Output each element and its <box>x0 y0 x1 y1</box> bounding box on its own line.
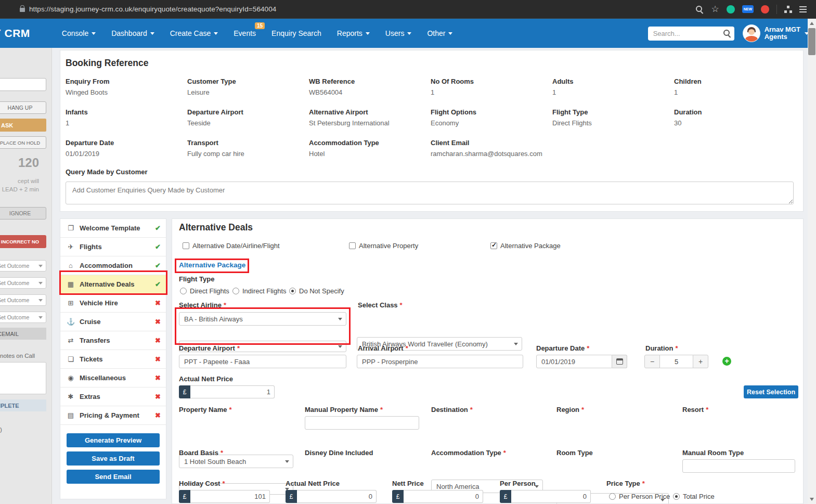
sidebar-item-accommodation[interactable]: ⌂ Accommodation ✔ <box>60 256 166 275</box>
generate-preview-button[interactable]: Generate Preview <box>67 433 160 447</box>
nav-item-enquiry-search[interactable]: Enquiry Search <box>264 19 329 48</box>
alternative-package-link[interactable]: Alternative Package <box>179 261 245 269</box>
divider <box>776 5 777 14</box>
phone-number-input[interactable] <box>0 78 46 91</box>
browser-menu-icon[interactable] <box>799 6 807 12</box>
sidebar-item-extras[interactable]: ✱ Extras ✖ <box>60 387 166 406</box>
decrement-button[interactable] <box>644 355 660 368</box>
chevron-down-icon <box>338 318 342 320</box>
url-text[interactable]: https://staging.journey-crm.co.uk/enquir… <box>29 5 276 13</box>
chevron-down-icon <box>514 343 518 345</box>
total-price-radio[interactable]: Total Price <box>673 493 715 500</box>
airline-select[interactable]: BA - British Airways <box>179 312 346 326</box>
add-package-button[interactable] <box>722 357 731 366</box>
nav-item-other[interactable]: Other <box>419 19 460 48</box>
incorrect-no-button[interactable]: INCORRECT NO <box>0 235 46 248</box>
booking-field: Alternative AirportSt Petersburg Interna… <box>309 108 431 127</box>
new-badge-extension-icon[interactable]: NEW <box>742 5 754 13</box>
navbar-right: Arnav MGT Agents <box>648 24 809 42</box>
departure-date-input[interactable] <box>536 355 612 368</box>
sidebar-item-tickets[interactable]: ❏ Tickets ✖ <box>60 350 166 369</box>
nav-item-console[interactable]: Console <box>54 19 103 48</box>
grammarly-extension-icon[interactable] <box>727 5 735 14</box>
duration-input[interactable] <box>660 355 693 368</box>
chevron-down-icon <box>38 265 43 267</box>
per-person-input[interactable] <box>511 490 591 503</box>
scrollbar-thumb[interactable] <box>808 28 815 55</box>
resort-label: Resort* <box>682 406 708 413</box>
sidebar-item-vehicle-hire[interactable]: ⊞ Vehicle Hire ✖ <box>60 294 166 313</box>
call-note-text: cept will <box>0 178 46 184</box>
reset-selection-button[interactable]: Reset Selection <box>744 385 798 398</box>
nav-item-create-case[interactable]: Create Case <box>162 19 226 48</box>
check-icon: ✔ <box>155 280 161 288</box>
red-extension-icon[interactable] <box>761 5 769 14</box>
sidebar-item-welcome-template[interactable]: ❐ Welcome Template ✔ <box>60 219 166 238</box>
send-email-button[interactable]: Send Email <box>67 470 160 484</box>
alt-date-airline-flight-checkbox[interactable]: Alternative Date/Airline/Flight <box>183 242 280 250</box>
sitemap-icon[interactable] <box>784 6 792 13</box>
manual-property-name-input[interactable] <box>305 416 419 430</box>
per-person-price-radio[interactable]: Per Person Price <box>609 493 670 500</box>
bookmark-star-icon[interactable]: ☆ <box>711 5 719 14</box>
currency-addon: £ <box>179 385 190 398</box>
vertical-scrollbar[interactable] <box>808 19 816 504</box>
ignore-button[interactable]: IGNORE <box>0 207 46 219</box>
radio-icon <box>673 493 680 500</box>
sidebar-item-cruise[interactable]: ⚓ Cruise ✖ <box>60 313 166 331</box>
nav-item-events[interactable]: Events 15 <box>226 19 264 48</box>
alt-package-checkbox[interactable]: Alternative Package <box>490 242 561 250</box>
search-icon[interactable] <box>695 5 704 14</box>
place-on-hold-button[interactable]: PLACE ON HOLD <box>0 136 46 149</box>
sidebar-item-flights[interactable]: ✈ Flights ✔ <box>60 238 166 256</box>
indirect-flights-radio[interactable]: Indirect Flights <box>232 287 287 295</box>
search-input[interactable] <box>648 27 734 41</box>
alt-property-checkbox[interactable]: Alternative Property <box>349 242 418 250</box>
sidebar-item-miscellaneous[interactable]: ◉ Miscellaneous ✖ <box>60 369 166 387</box>
user-menu[interactable]: Arnav MGT Agents <box>743 24 809 42</box>
browser-address-bar: https://staging.journey-crm.co.uk/enquir… <box>0 0 816 19</box>
increment-button[interactable] <box>693 355 708 368</box>
sidebar-item-transfers[interactable]: ⇄ Transfers ✖ <box>60 331 166 350</box>
nav-item-users[interactable]: Users <box>378 19 420 48</box>
hang-up-button[interactable]: HANG UP <box>0 101 46 114</box>
nav-item-reports[interactable]: Reports <box>329 19 378 48</box>
nett-price-input[interactable] <box>404 490 483 503</box>
holiday-cost-input[interactable] <box>190 490 270 503</box>
bus-icon: ⇄ <box>67 337 75 344</box>
complete-button[interactable]: MPLETE <box>0 399 46 411</box>
alternative-deals-panel: Alternative Deals Alternative Date/Airli… <box>172 218 804 504</box>
voicemail-button[interactable]: ICEMAIL <box>0 328 46 340</box>
scroll-down-arrow-icon[interactable] <box>810 498 814 501</box>
scroll-up-arrow-icon[interactable] <box>810 22 814 25</box>
flight-type-label: Flight Type <box>179 275 214 283</box>
sidebar-item-pricing-payment[interactable]: ▤ Pricing & Payment ✖ <box>60 406 166 425</box>
actual-nett-price-label: Actual Nett Price <box>179 375 233 383</box>
departure-airport-input[interactable] <box>179 355 346 368</box>
manual-room-type-label: Manual Room Type <box>682 449 744 457</box>
save-as-draft-button[interactable]: Save as Draft <box>67 451 160 466</box>
arrival-airport-input[interactable] <box>357 355 523 368</box>
actual-nett-price2-input[interactable] <box>297 490 377 503</box>
do-not-specify-radio[interactable]: Do Not Specify <box>289 287 344 295</box>
direct-flights-radio[interactable]: Direct Flights <box>180 287 229 295</box>
manual-room-type-input[interactable] <box>682 459 795 473</box>
customer-query-textarea[interactable] <box>66 182 794 204</box>
crm-logo[interactable]: Y CRM <box>0 27 30 40</box>
sidebar-item-alternative-deals[interactable]: ▦ Alternative Deals ✔ <box>60 275 166 294</box>
booking-field: Flight OptionsEconomy <box>431 108 552 127</box>
set-outcome-select[interactable]: Set Outcome <box>0 294 46 306</box>
search-icon[interactable] <box>723 29 731 37</box>
checkbox-icon <box>183 242 189 249</box>
nav-item-dashboard[interactable]: Dashboard <box>103 19 162 48</box>
set-outcome-select[interactable]: Set Outcome <box>0 312 46 323</box>
set-outcome-select[interactable]: Set Outcome <box>0 260 46 272</box>
call-notes-textarea[interactable] <box>0 362 46 394</box>
calendar-button[interactable] <box>612 355 627 368</box>
booking-field: Accommodation TypeHotel <box>309 139 431 158</box>
nett-price-group: £ <box>392 490 483 503</box>
task-button[interactable]: ASK <box>0 119 46 132</box>
set-outcome-select[interactable]: Set Outcome <box>0 277 46 289</box>
actual-nett-price-input[interactable] <box>190 385 275 398</box>
home-icon: ⌂ <box>67 262 75 269</box>
